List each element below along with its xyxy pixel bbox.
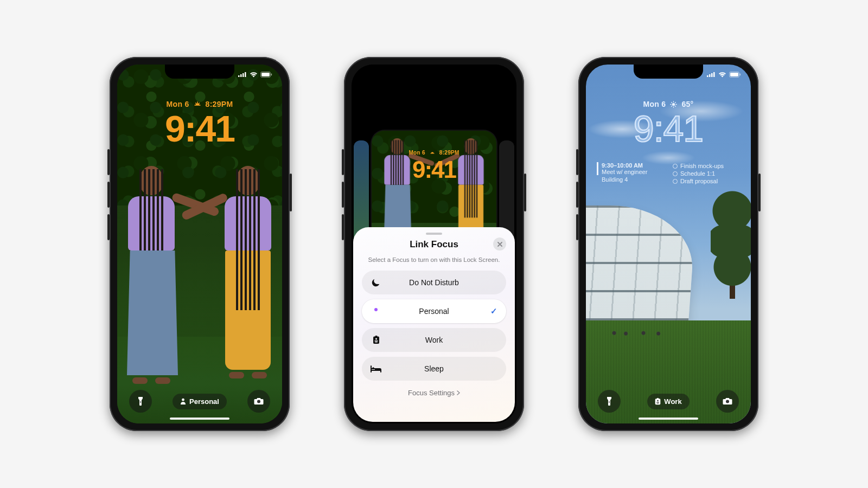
clock-time: 9:41 bbox=[117, 110, 282, 147]
person-left bbox=[127, 166, 176, 394]
badge-icon bbox=[655, 398, 661, 405]
svg-rect-3 bbox=[245, 72, 246, 77]
tree bbox=[711, 173, 751, 325]
svg-rect-23 bbox=[740, 73, 741, 75]
mini-date-label: Mon 6 bbox=[409, 150, 425, 156]
home-indicator[interactable] bbox=[170, 418, 229, 420]
wifi-icon bbox=[250, 72, 258, 78]
focus-settings-link[interactable]: Focus Settings bbox=[408, 389, 460, 397]
focus-option-dnd[interactable]: Do Not Disturb bbox=[362, 271, 506, 294]
svg-point-9 bbox=[257, 400, 260, 403]
widgets-row: 9:30–10:00 AM Meet w/ engineer Building … bbox=[597, 162, 740, 185]
lock-screen-personal: Mon 6 8:29PM 9:41 Personal bbox=[117, 65, 282, 423]
sheet-close-button[interactable] bbox=[493, 237, 506, 251]
event-location: Building 4 bbox=[597, 176, 664, 183]
svg-rect-17 bbox=[707, 75, 709, 77]
focus-option-label: Do Not Disturb bbox=[362, 278, 506, 287]
camera-button[interactable] bbox=[247, 390, 270, 413]
sunset-icon bbox=[194, 101, 201, 107]
sheet-subtitle: Select a Focus to turn on with this Lock… bbox=[368, 256, 500, 263]
notch bbox=[165, 65, 234, 79]
sunset-icon bbox=[430, 150, 435, 155]
svg-rect-7 bbox=[140, 401, 141, 403]
svg-rect-22 bbox=[730, 73, 738, 76]
home-indicator[interactable] bbox=[639, 418, 698, 420]
reminder-item: Draft proposal bbox=[680, 178, 718, 184]
battery-icon bbox=[260, 72, 272, 78]
svg-rect-20 bbox=[713, 72, 715, 77]
person-icon bbox=[180, 398, 186, 404]
svg-point-8 bbox=[182, 399, 184, 401]
lock-screen-work: Mon 6 65° 9:41 9:30–10:00 AM Meet w/ eng… bbox=[586, 65, 751, 423]
svg-rect-25 bbox=[609, 401, 610, 403]
focus-option-personal[interactable]: Personal ✓ bbox=[362, 299, 506, 323]
signal-icon bbox=[707, 72, 716, 77]
ring-icon bbox=[673, 179, 678, 184]
clock-area: Mon 6 8:29PM 9:41 bbox=[117, 99, 282, 147]
date-label: Mon 6 bbox=[643, 100, 666, 108]
link-focus-sheet: Link Focus Select a Focus to turn on wit… bbox=[353, 227, 515, 422]
camera-icon bbox=[723, 397, 732, 405]
svg-rect-29 bbox=[656, 402, 659, 402]
date-label: Mon 6 bbox=[167, 100, 189, 108]
svg-rect-30 bbox=[657, 403, 659, 403]
reminders-widget[interactable]: Finish mock-ups Schedule 1:1 Draft propo… bbox=[673, 162, 740, 185]
focus-option-label: Sleep bbox=[362, 364, 506, 373]
svg-rect-26 bbox=[655, 399, 661, 404]
flashlight-icon bbox=[137, 396, 144, 406]
mini-clock-time: 9:41 bbox=[372, 158, 496, 182]
focus-pill-label: Personal bbox=[189, 397, 219, 406]
calendar-widget[interactable]: 9:30–10:00 AM Meet w/ engineer Building … bbox=[597, 162, 664, 185]
focus-option-work[interactable]: Work bbox=[362, 328, 506, 352]
reminder-item: Schedule 1:1 bbox=[680, 170, 715, 177]
phone-link-focus: Mon 6 8:29PM 9:41 Link Focus Select a Fo… bbox=[344, 57, 524, 431]
signal-icon bbox=[238, 72, 247, 77]
svg-rect-2 bbox=[242, 73, 244, 77]
event-time: 9:30–10:00 AM bbox=[602, 162, 664, 169]
event-title: Meet w/ engineer bbox=[602, 169, 664, 175]
focus-option-sleep[interactable]: Sleep bbox=[362, 357, 506, 381]
ring-icon bbox=[673, 171, 678, 176]
clock-time: 9:41 bbox=[586, 110, 751, 147]
tiny-people bbox=[608, 329, 673, 342]
svg-rect-6 bbox=[271, 73, 272, 75]
sun-icon bbox=[670, 101, 677, 108]
chevron-right-icon bbox=[457, 390, 460, 395]
person-right bbox=[224, 166, 272, 394]
mini-weather-label: 8:29PM bbox=[439, 150, 459, 156]
temp-label: 65° bbox=[681, 100, 693, 108]
checkmark-icon: ✓ bbox=[490, 306, 497, 316]
focus-settings-label: Focus Settings bbox=[408, 389, 455, 397]
camera-button[interactable] bbox=[716, 390, 739, 413]
sheet-grabber[interactable] bbox=[426, 233, 442, 235]
flashlight-icon bbox=[606, 396, 612, 406]
svg-rect-5 bbox=[261, 73, 270, 76]
clock-area: Mon 6 65° 9:41 bbox=[586, 99, 751, 147]
flashlight-button[interactable] bbox=[129, 390, 152, 413]
phone-personal: Mon 6 8:29PM 9:41 Personal bbox=[110, 57, 290, 431]
close-icon bbox=[497, 242, 502, 247]
ring-icon bbox=[673, 164, 678, 169]
reminder-item: Finish mock-ups bbox=[680, 163, 724, 169]
focus-pill-label: Work bbox=[664, 397, 681, 406]
svg-point-31 bbox=[726, 400, 729, 403]
notch bbox=[399, 65, 469, 79]
svg-rect-18 bbox=[709, 74, 711, 77]
focus-option-label: Work bbox=[362, 336, 506, 344]
link-focus-screen: Mon 6 8:29PM 9:41 Link Focus Select a Fo… bbox=[352, 65, 516, 423]
focus-pill-personal[interactable]: Personal bbox=[173, 394, 227, 409]
sheet-title: Link Focus bbox=[362, 239, 506, 250]
focus-pill-work[interactable]: Work bbox=[647, 394, 689, 409]
focus-option-label: Personal bbox=[362, 307, 506, 316]
svg-rect-1 bbox=[240, 74, 242, 77]
svg-rect-0 bbox=[238, 75, 240, 77]
svg-point-28 bbox=[658, 400, 659, 401]
battery-icon bbox=[729, 72, 741, 78]
flashlight-button[interactable] bbox=[598, 390, 621, 413]
svg-rect-27 bbox=[657, 398, 659, 399]
weather-label: 8:29PM bbox=[206, 100, 233, 108]
phone-work: Mon 6 65° 9:41 9:30–10:00 AM Meet w/ eng… bbox=[578, 57, 758, 431]
svg-rect-19 bbox=[711, 73, 713, 77]
wifi-icon bbox=[718, 72, 726, 78]
camera-icon bbox=[254, 397, 264, 405]
